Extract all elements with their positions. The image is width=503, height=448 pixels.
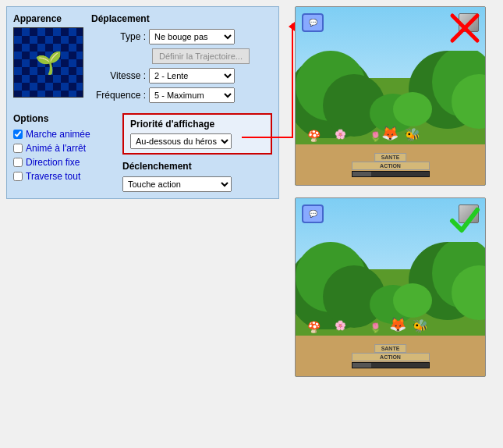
flower-4: 🍄 <box>307 321 321 333</box>
flower-2: 🌸 <box>335 129 346 140</box>
action-bar-fill-2 <box>352 363 372 368</box>
declenchement-select[interactable]: Touche action Contact héros Automatique … <box>122 176 232 192</box>
frequence-select[interactable]: 1 - Minimum 2 3 4 5 - Maximum <box>149 87 235 103</box>
chat-icon-1: 💬 <box>309 19 317 27</box>
svg-point-17 <box>393 283 432 318</box>
flower-1: 🍄 <box>307 130 321 142</box>
flower-6: 🌷 <box>370 322 381 333</box>
options-grid: Options Marche animée Animé à l'arrêt Di… <box>13 113 272 192</box>
priorite-box: Priorité d'affichage Au-dessous du héros… <box>122 113 272 155</box>
char-fox-2: 🦊 <box>389 316 406 333</box>
options-left: Options Marche animée Animé à l'arrêt Di… <box>13 113 115 192</box>
checkbox-direction: Direction fixe <box>13 157 115 168</box>
game-scene-1: 🍄 🌸 🌷 🦊 🐝 💬 SANTE ACTION <box>296 7 485 185</box>
flower-3: 🌷 <box>370 131 381 142</box>
red-arrow-head <box>289 22 295 31</box>
apparence-section: Apparence 🌱 <box>13 13 83 107</box>
main-box: Apparence 🌱 Déplacement Type : Ne bouge … <box>6 6 279 199</box>
trajectoire-row: Définir la Trajectoire... <box>91 48 272 64</box>
priorite-select[interactable]: Au-dessous du héros Au-dessus du héros M… <box>130 133 232 149</box>
checkbox-marche-label: Marche animée <box>26 129 90 140</box>
action-bar-bg-1 <box>352 171 430 177</box>
action-label-1: ACTION <box>352 162 430 170</box>
action-bar-2: ACTION <box>352 350 430 368</box>
frequence-label: Fréquence : <box>91 90 146 101</box>
action-bar-1: ACTION <box>352 159 430 177</box>
vitesse-row: Vitesse : 1 - Très Lente 2 - Lente 3 - N… <box>91 68 272 84</box>
checkbox-anime-input[interactable] <box>13 144 23 153</box>
char-bee-2: 🐝 <box>413 318 428 333</box>
red-arrow-vertical <box>292 23 293 138</box>
sprite-preview[interactable]: 🌱 <box>13 27 83 98</box>
vitesse-select[interactable]: 1 - Très Lente 2 - Lente 3 - Normale 4 -… <box>149 68 235 84</box>
left-panel: Apparence 🌱 Déplacement Type : Ne bouge … <box>0 0 289 448</box>
options-title: Options <box>13 113 115 124</box>
action-bar-fill-1 <box>352 172 372 176</box>
chat-icon-2: 💬 <box>309 210 317 218</box>
right-panel: 🍄 🌸 🌷 🦊 🐝 💬 SANTE ACTION <box>289 0 503 448</box>
frequence-row: Fréquence : 1 - Minimum 2 3 4 5 - Maximu… <box>91 87 272 103</box>
type-label: Type : <box>91 31 146 42</box>
trajectoire-button[interactable]: Définir la Trajectoire... <box>152 48 250 64</box>
action-bar-bg-2 <box>352 362 430 368</box>
screenshot-2: 🍄 🌸 🌷 🦊 🐝 💬 SANTE ACTION <box>295 197 486 377</box>
char-fox-1: 🦊 <box>381 125 399 142</box>
options-right: Priorité d'affichage Au-dessous du héros… <box>122 113 272 192</box>
checkbox-anime: Animé à l'arrêt <box>13 143 115 154</box>
deplacement-section: Déplacement Type : Ne bouge pas Aléatoir… <box>91 13 272 107</box>
action-label-2: ACTION <box>352 353 430 361</box>
priorite-title: Priorité d'affichage <box>130 119 264 130</box>
apparence-title: Apparence <box>13 13 83 24</box>
options-section: Options Marche animée Animé à l'arrêt Di… <box>13 113 272 192</box>
checkbox-direction-label: Direction fixe <box>26 157 80 168</box>
svg-point-7 <box>393 92 432 126</box>
screenshot-1: 🍄 🌸 🌷 🦊 🐝 💬 SANTE ACTION <box>295 6 486 186</box>
char-bee-1: 🐝 <box>405 127 420 142</box>
chat-bubble-2: 💬 <box>302 204 324 223</box>
checkbox-traverse-label: Traverse tout <box>26 171 80 182</box>
declenchement-section: Déclenchement Touche action Contact héro… <box>122 161 272 192</box>
sprite-character: 🌱 <box>35 50 62 76</box>
chat-bubble-1: 💬 <box>302 13 324 32</box>
game-scene-2: 🍄 🌸 🌷 🦊 🐝 💬 SANTE ACTION <box>296 198 485 376</box>
type-row: Type : Ne bouge pas Aléatoire Chemin <box>91 29 272 44</box>
green-check-mark <box>446 201 484 238</box>
type-select[interactable]: Ne bouge pas Aléatoire Chemin <box>149 29 235 44</box>
red-x-mark <box>446 9 484 47</box>
checkbox-anime-label: Animé à l'arrêt <box>26 143 86 154</box>
red-arrow-horizontal <box>242 137 292 138</box>
apparence-deplacement-row: Apparence 🌱 Déplacement Type : Ne bouge … <box>13 13 272 107</box>
vitesse-label: Vitesse : <box>91 70 146 81</box>
checkbox-direction-input[interactable] <box>13 158 23 167</box>
checkbox-marche-input[interactable] <box>13 130 23 139</box>
flower-5: 🌸 <box>335 320 346 331</box>
checkbox-traverse-input[interactable] <box>13 172 23 181</box>
checkbox-traverse: Traverse tout <box>13 171 115 182</box>
deplacement-title: Déplacement <box>91 13 272 24</box>
declenchement-title: Déclenchement <box>122 161 272 172</box>
checkbox-marche: Marche animée <box>13 129 115 140</box>
